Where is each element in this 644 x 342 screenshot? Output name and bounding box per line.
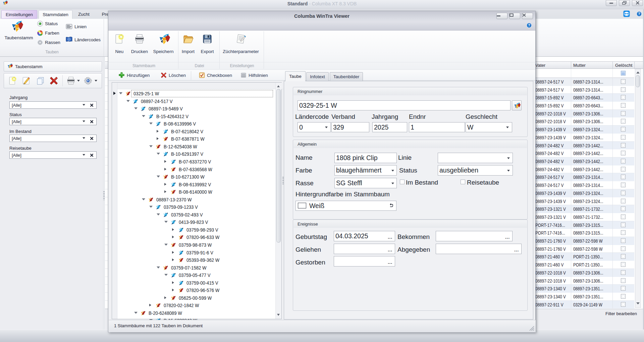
- svg-text:?: ?: [638, 12, 640, 16]
- svg-text:?: ?: [528, 23, 530, 27]
